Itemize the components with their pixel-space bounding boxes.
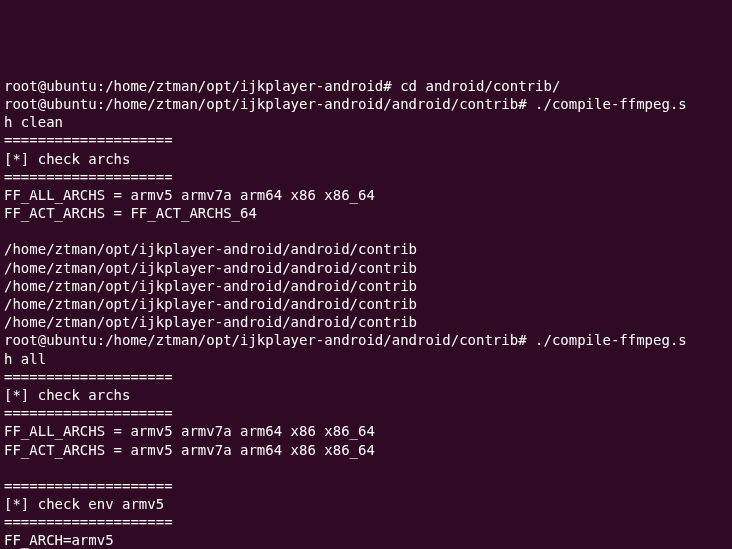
terminal-line: [*] check archs bbox=[4, 150, 728, 168]
terminal-line: [*] check archs bbox=[4, 386, 728, 404]
output-text: FF_ACT_ARCHS = FF_ACT_ARCHS_64 bbox=[4, 205, 257, 221]
output-text: h all bbox=[4, 351, 46, 367]
output-text: /home/ztman/opt/ijkplayer-android/androi… bbox=[4, 241, 417, 257]
terminal-line: [*] check env armv5 bbox=[4, 495, 728, 513]
output-text: ==================== bbox=[4, 514, 173, 530]
terminal-line: FF_ALL_ARCHS = armv5 armv7a arm64 x86 x8… bbox=[4, 422, 728, 440]
terminal-line: ==================== bbox=[4, 404, 728, 422]
prompt-user-host: root@ubuntu bbox=[4, 96, 97, 112]
terminal-line: /home/ztman/opt/ijkplayer-android/androi… bbox=[4, 295, 728, 313]
terminal-line: ==================== bbox=[4, 131, 728, 149]
command-text: ./compile-ffmpeg.s bbox=[527, 96, 687, 112]
terminal-line bbox=[4, 222, 728, 240]
terminal-line: FF_ALL_ARCHS = armv5 armv7a arm64 x86 x8… bbox=[4, 186, 728, 204]
terminal-line: FF_ACT_ARCHS = armv5 armv7a arm64 x86 x8… bbox=[4, 441, 728, 459]
terminal-line bbox=[4, 459, 728, 477]
output-text: [*] check archs bbox=[4, 151, 130, 167]
terminal-line: ==================== bbox=[4, 477, 728, 495]
terminal-line: /home/ztman/opt/ijkplayer-android/androi… bbox=[4, 259, 728, 277]
prompt-path: :/home/ztman/opt/ijkplayer-android/andro… bbox=[97, 96, 527, 112]
output-text: [*] check archs bbox=[4, 387, 130, 403]
terminal-line: root@ubuntu:/home/ztman/opt/ijkplayer-an… bbox=[4, 77, 728, 95]
output-text: ==================== bbox=[4, 169, 173, 185]
terminal-output[interactable]: root@ubuntu:/home/ztman/opt/ijkplayer-an… bbox=[4, 77, 728, 549]
terminal-line: root@ubuntu:/home/ztman/opt/ijkplayer-an… bbox=[4, 95, 728, 113]
terminal-line: /home/ztman/opt/ijkplayer-android/androi… bbox=[4, 277, 728, 295]
terminal-line: /home/ztman/opt/ijkplayer-android/androi… bbox=[4, 313, 728, 331]
terminal-line: ==================== bbox=[4, 368, 728, 386]
output-text: ==================== bbox=[4, 405, 173, 421]
command-text: cd android/contrib/ bbox=[392, 78, 561, 94]
output-text: FF_ALL_ARCHS = armv5 armv7a arm64 x86 x8… bbox=[4, 187, 375, 203]
output-text: FF_ACT_ARCHS = armv5 armv7a arm64 x86 x8… bbox=[4, 442, 375, 458]
output-text: ==================== bbox=[4, 369, 173, 385]
output-text: ==================== bbox=[4, 132, 173, 148]
terminal-line: ==================== bbox=[4, 168, 728, 186]
prompt-path: :/home/ztman/opt/ijkplayer-android/andro… bbox=[97, 332, 527, 348]
output-text: ==================== bbox=[4, 478, 173, 494]
prompt-user-host: root@ubuntu bbox=[4, 332, 97, 348]
output-text: FF_ARCH=armv5 bbox=[4, 532, 114, 548]
output-text: h clean bbox=[4, 114, 63, 130]
command-text: ./compile-ffmpeg.s bbox=[527, 332, 687, 348]
prompt-user-host: root@ubuntu bbox=[4, 78, 97, 94]
terminal-line: root@ubuntu:/home/ztman/opt/ijkplayer-an… bbox=[4, 331, 728, 349]
output-text: /home/ztman/opt/ijkplayer-android/androi… bbox=[4, 314, 417, 330]
terminal-line: ==================== bbox=[4, 513, 728, 531]
output-text: /home/ztman/opt/ijkplayer-android/androi… bbox=[4, 260, 417, 276]
terminal-line: FF_ARCH=armv5 bbox=[4, 531, 728, 549]
terminal-line: h all bbox=[4, 350, 728, 368]
output-text: /home/ztman/opt/ijkplayer-android/androi… bbox=[4, 296, 417, 312]
output-text: [*] check env armv5 bbox=[4, 496, 164, 512]
terminal-line: /home/ztman/opt/ijkplayer-android/androi… bbox=[4, 240, 728, 258]
prompt-path: :/home/ztman/opt/ijkplayer-android# bbox=[97, 78, 392, 94]
output-text: FF_ALL_ARCHS = armv5 armv7a arm64 x86 x8… bbox=[4, 423, 375, 439]
output-text: /home/ztman/opt/ijkplayer-android/androi… bbox=[4, 278, 417, 294]
terminal-line: h clean bbox=[4, 113, 728, 131]
terminal-line: FF_ACT_ARCHS = FF_ACT_ARCHS_64 bbox=[4, 204, 728, 222]
